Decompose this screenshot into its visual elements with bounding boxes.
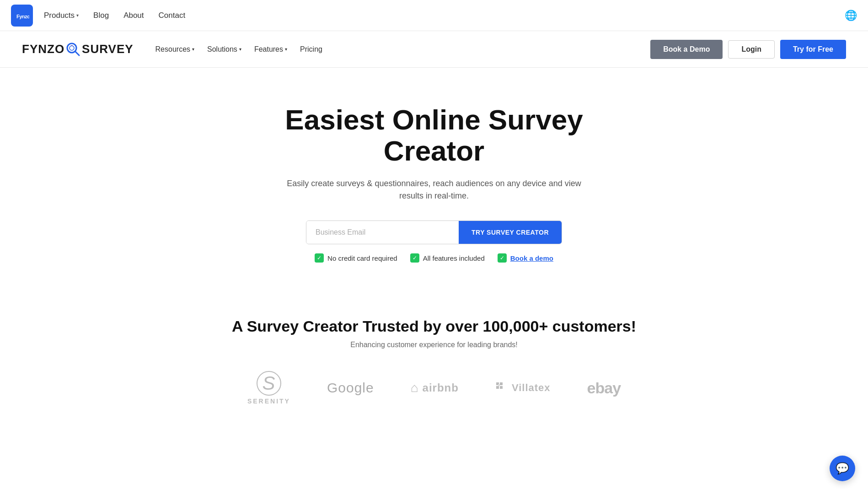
nav-features[interactable]: Features ▾ bbox=[254, 45, 287, 54]
check-all-features: ✓ All features included bbox=[410, 253, 485, 263]
nav-pricing[interactable]: Pricing bbox=[300, 45, 322, 54]
hero-check-list: ✓ No credit card required ✓ All features… bbox=[315, 253, 553, 263]
book-demo-link[interactable]: Book a demo bbox=[510, 254, 553, 262]
hero-cta-form: TRY SURVEY CREATOR bbox=[306, 220, 562, 244]
top-nav-products[interactable]: Products ▾ bbox=[44, 11, 79, 20]
hero-subtitle: Easily create surveys & questionnaires, … bbox=[283, 177, 585, 202]
brand-name-fynzo: FYNZO bbox=[22, 42, 64, 56]
try-survey-creator-button[interactable]: TRY SURVEY CREATOR bbox=[459, 221, 562, 244]
check-icon: ✓ bbox=[410, 253, 419, 263]
check-icon: ✓ bbox=[315, 253, 324, 263]
brand-name-survey: SURVEY bbox=[82, 42, 133, 56]
second-nav-links: Resources ▾ Solutions ▾ Features ▾ Prici… bbox=[155, 45, 651, 54]
chevron-down-icon: ▾ bbox=[239, 47, 241, 52]
chevron-down-icon: ▾ bbox=[76, 13, 79, 18]
chevron-down-icon: ▾ bbox=[192, 47, 194, 52]
top-nav-contact[interactable]: Contact bbox=[159, 11, 186, 20]
trusted-subtitle: Enhancing customer experience for leadin… bbox=[11, 341, 857, 349]
brand-logo[interactable]: FYNZO SURVEY bbox=[22, 42, 134, 57]
globe-icon[interactable]: 🌐 bbox=[845, 10, 857, 21]
try-free-button[interactable]: Try for Free bbox=[780, 40, 846, 59]
main-navigation: FYNZO SURVEY Resources ▾ Solutions ▾ Fea… bbox=[0, 31, 868, 68]
magnifier-icon bbox=[65, 42, 81, 57]
svg-rect-7 bbox=[500, 382, 503, 385]
hero-section: Easiest Online Survey Creator Easily cre… bbox=[0, 68, 868, 290]
fynzo-logo[interactable]: Fynzo bbox=[11, 5, 33, 27]
check-icon: ✓ bbox=[498, 253, 507, 263]
svg-rect-10 bbox=[498, 384, 500, 386]
email-input[interactable] bbox=[306, 221, 459, 244]
chevron-down-icon: ▾ bbox=[285, 47, 287, 52]
login-button[interactable]: Login bbox=[728, 40, 775, 59]
svg-text:Fynzo: Fynzo bbox=[16, 14, 29, 19]
book-demo-button[interactable]: Book a Demo bbox=[650, 40, 723, 59]
nav-solutions[interactable]: Solutions ▾ bbox=[207, 45, 241, 54]
nav-resources[interactable]: Resources ▾ bbox=[155, 45, 194, 54]
serenity-logo: S SERENITY bbox=[247, 371, 290, 405]
svg-rect-9 bbox=[500, 386, 503, 389]
top-nav-blog[interactable]: Blog bbox=[93, 11, 109, 20]
check-no-credit-card: ✓ No credit card required bbox=[315, 253, 397, 263]
villatex-logo: Villatex bbox=[495, 381, 551, 394]
top-nav-about[interactable]: About bbox=[123, 11, 144, 20]
nav-actions: Book a Demo Login Try for Free bbox=[650, 40, 846, 59]
ebay-logo: ebay bbox=[587, 379, 621, 397]
google-logo: Google bbox=[327, 380, 374, 396]
brand-logos-list: S SERENITY Google ⌂ airbnb bbox=[11, 371, 857, 405]
check-book-demo: ✓ Book a demo bbox=[498, 253, 553, 263]
top-nav-links: Products ▾ Blog About Contact bbox=[44, 11, 185, 20]
airbnb-logo: ⌂ airbnb bbox=[411, 381, 459, 395]
top-navigation: Fynzo Products ▾ Blog About Contact 🌐 bbox=[0, 0, 868, 31]
svg-rect-8 bbox=[496, 386, 499, 389]
trusted-title: A Survey Creator Trusted by over 100,000… bbox=[11, 317, 857, 335]
hero-title: Easiest Online Survey Creator bbox=[246, 104, 622, 166]
svg-line-4 bbox=[75, 52, 79, 55]
trusted-section: A Survey Creator Trusted by over 100,000… bbox=[0, 290, 868, 423]
